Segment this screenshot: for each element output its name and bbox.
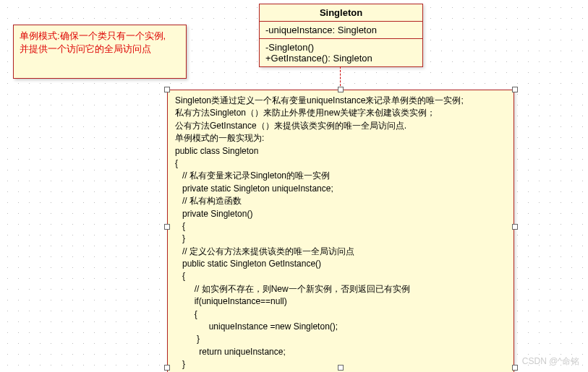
- code-intro2: 私有方法Singleton（）来防止外界使用new关键字来创建该类实例；: [175, 108, 435, 118]
- resize-handle-n[interactable]: [338, 87, 344, 92]
- resize-handle-ne[interactable]: [512, 87, 518, 92]
- uml-class-name: Singleton: [260, 4, 422, 22]
- resize-handle-e[interactable]: [512, 224, 518, 230]
- code-line: private Singleton(): [175, 209, 252, 219]
- code-line: if(uniqueInstance==null): [175, 296, 287, 306]
- resize-handle-se[interactable]: [512, 365, 518, 371]
- uml-operations: -Singleton() +GetInstance(): Singleton: [260, 39, 422, 66]
- code-line: }: [175, 334, 200, 344]
- code-note[interactable]: Singleton类通过定义一个私有变量uniqueInstance来记录单例类…: [167, 90, 514, 372]
- uml-operation: -Singleton(): [265, 42, 417, 53]
- code-line: uniqueInstance =new Singleton();: [175, 321, 338, 332]
- desc-line1: 单例模式:确保一个类只有一个实例,: [20, 30, 180, 43]
- code-line: {: [175, 271, 185, 281]
- resize-handle-s[interactable]: [338, 365, 344, 371]
- uml-class-singleton: Singleton -uniqueInstance: Singleton -Si…: [259, 4, 423, 67]
- code-line: // 定义公有方法来提供该类的唯一全局访问点: [175, 246, 354, 256]
- desc-line2: 并提供一个访问它的全局访问点: [20, 43, 180, 56]
- code-line: return uniqueInstance;: [175, 347, 286, 357]
- code-line: private static Singleton uniqueInstance;: [175, 183, 333, 194]
- code-intro4: 单例模式的一般实现为:: [175, 133, 264, 143]
- uml-operation: +GetInstance(): Singleton: [265, 53, 417, 64]
- code-intro3: 公有方法GetInstance（）来提供该类实例的唯一全局访问点.: [175, 121, 406, 131]
- uml-attribute: -uniqueInstance: Singleton: [265, 25, 417, 35]
- description-note: 单例模式:确保一个类只有一个实例, 并提供一个访问它的全局访问点: [13, 25, 187, 79]
- resize-handle-sw[interactable]: [164, 365, 170, 371]
- code-line: {: [175, 158, 178, 168]
- code-line: // 私有变量来记录Singleton的唯一实例: [175, 170, 330, 181]
- code-line: }: [175, 233, 185, 243]
- code-line: // 私有构造函数: [175, 196, 242, 206]
- code-line: public static Singleton GetInstance(): [175, 259, 321, 269]
- code-intro1: Singleton类通过定义一个私有变量uniqueInstance来记录单例类…: [175, 95, 464, 105]
- code-line: {: [175, 309, 197, 319]
- code-line: // 如实例不存在，则New一个新实例，否则返回已有实例: [175, 284, 410, 294]
- resize-handle-nw[interactable]: [164, 87, 170, 92]
- code-line: public class Singleton: [175, 146, 258, 156]
- code-line: {: [175, 221, 185, 231]
- resize-handle-w[interactable]: [164, 224, 170, 230]
- code-line: }: [175, 359, 185, 369]
- watermark: CSDN @^命铭: [522, 355, 579, 368]
- uml-attributes: -uniqueInstance: Singleton: [260, 22, 422, 39]
